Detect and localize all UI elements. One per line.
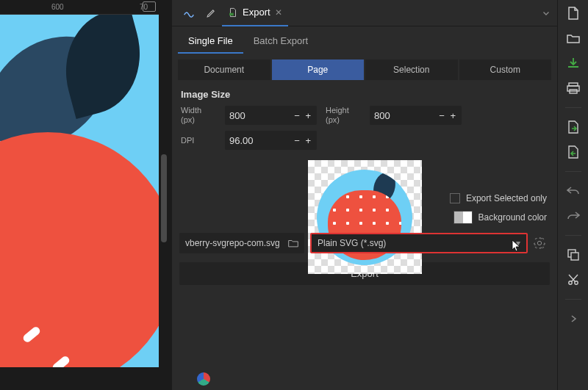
- expand-toolbar-button[interactable]: [566, 311, 581, 326]
- export-settings-button[interactable]: [534, 237, 550, 249]
- undo-button[interactable]: [566, 184, 581, 198]
- right-toolbar: [557, 0, 588, 390]
- filename-text: vberry-svgrepo-com.svg: [185, 238, 280, 248]
- width-input[interactable]: 800 − +: [225, 106, 317, 125]
- background-color-option[interactable]: Background color: [453, 211, 547, 224]
- image-size-title: Image Size: [172, 86, 557, 104]
- save-download-icon: [567, 57, 579, 69]
- scrollbar-thumb[interactable]: [161, 154, 167, 242]
- source-custom-button[interactable]: Custom: [459, 59, 552, 80]
- folder-icon[interactable]: [288, 239, 298, 248]
- export-panel: Export ✕ Single File Batch Export Docume…: [172, 0, 557, 390]
- print-icon: [567, 82, 580, 94]
- wave-icon: [184, 8, 194, 18]
- chevron-down-icon: [541, 8, 551, 18]
- dock-tab-export-label: Export: [243, 7, 270, 18]
- background-color-label: Background color: [478, 212, 547, 223]
- redo-button[interactable]: [566, 209, 581, 223]
- tab-single-file[interactable]: Single File: [178, 29, 243, 54]
- panel-menu-chevron[interactable]: [541, 8, 551, 18]
- import-button[interactable]: [566, 120, 581, 134]
- dock-tab-row: Export ✕: [172, 0, 557, 26]
- height-value: 800: [374, 110, 390, 121]
- edit-icon: [206, 8, 216, 18]
- document-export-icon: [567, 145, 579, 159]
- color-mode-indicator[interactable]: [197, 372, 210, 386]
- ruler-tick-600: 600: [51, 3, 64, 11]
- new-document-button[interactable]: [566, 6, 581, 21]
- file-format-selected: Plain SVG (*.svg): [318, 238, 386, 248]
- dpi-value: 96.00: [229, 135, 254, 146]
- canvas-artwork[interactable]: [0, 15, 159, 367]
- source-document-button[interactable]: Document: [178, 59, 270, 80]
- canvas-area[interactable]: 600 70: [0, 0, 172, 390]
- undo-icon: [567, 186, 580, 196]
- save-button[interactable]: [566, 56, 581, 71]
- dpi-input[interactable]: 96.00 − +: [225, 131, 317, 150]
- copy-button[interactable]: [566, 248, 581, 262]
- export-preview: [308, 160, 422, 274]
- dock-tab-export[interactable]: Export ✕: [222, 0, 288, 26]
- dock-tab-unknown2[interactable]: [200, 0, 222, 26]
- print-button[interactable]: [566, 81, 581, 95]
- color-swatch[interactable]: [453, 211, 473, 224]
- width-label: Width (px): [181, 106, 216, 125]
- copy-icon: [567, 249, 579, 261]
- export-source-row: Document Page Selection Custom: [172, 54, 557, 86]
- export-mode-tabs: Single File Batch Export: [172, 29, 557, 54]
- gear-icon: [534, 237, 545, 249]
- source-page-button[interactable]: Page: [272, 59, 365, 80]
- export-selected-only-option[interactable]: Export Selected only: [450, 193, 547, 203]
- spinner-icon[interactable]: − +: [439, 110, 457, 121]
- width-value: 800: [229, 110, 245, 121]
- checkbox-icon[interactable]: [450, 193, 460, 203]
- close-icon[interactable]: ✕: [275, 7, 282, 18]
- spinner-icon[interactable]: − +: [294, 135, 312, 146]
- ruler-horizontal: 600 70: [0, 0, 159, 15]
- export-selected-only-label: Export Selected only: [466, 193, 547, 203]
- scissors-icon: [567, 274, 579, 286]
- height-input[interactable]: 800 − +: [370, 106, 462, 125]
- cursor-icon: [512, 239, 522, 253]
- source-selection-button[interactable]: Selection: [365, 59, 458, 80]
- spinner-icon[interactable]: − +: [294, 110, 312, 121]
- dock-tab-unknown1[interactable]: [178, 0, 200, 26]
- dpi-label: DPI: [181, 136, 216, 145]
- svg-rect-5: [571, 253, 578, 260]
- redo-icon: [567, 211, 580, 221]
- cut-button[interactable]: [566, 272, 581, 287]
- export-tool-button[interactable]: [566, 145, 581, 159]
- filename-field[interactable]: vberry-svgrepo-com.svg: [179, 233, 304, 253]
- document-export-icon: [228, 7, 238, 18]
- chevron-right-icon: [570, 315, 577, 322]
- svg-rect-0: [229, 12, 234, 15]
- display-icon[interactable]: [143, 1, 156, 12]
- open-button[interactable]: [566, 31, 581, 46]
- document-plus-icon: [567, 7, 579, 20]
- height-label: Height (px): [326, 106, 361, 125]
- folder-open-icon: [567, 33, 580, 43]
- tab-batch-export[interactable]: Batch Export: [243, 29, 318, 54]
- file-format-dropdown[interactable]: Plain SVG (*.svg) ▾: [310, 233, 528, 253]
- document-import-icon: [567, 120, 579, 134]
